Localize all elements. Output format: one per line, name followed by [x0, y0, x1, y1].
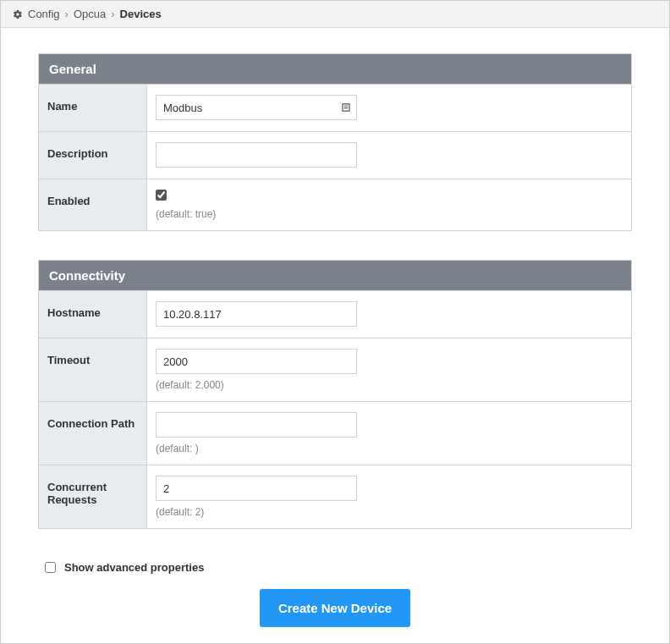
section-connectivity-title: Connectivity [39, 261, 631, 290]
connection-path-input[interactable] [156, 412, 357, 438]
concurrent-requests-hint: (default: 2) [156, 506, 623, 518]
chevron-right-icon: › [65, 8, 69, 20]
chevron-right-icon: › [111, 8, 114, 20]
label-enabled: Enabled [39, 179, 147, 230]
label-concurrent-requests: Concurrent Requests [39, 465, 147, 528]
section-general: General Name Description Enabled (defaul… [38, 53, 632, 231]
concurrent-requests-input[interactable] [156, 476, 357, 501]
description-input[interactable] [156, 142, 357, 168]
breadcrumb: Config › Opcua › Devices [1, 1, 669, 28]
label-timeout: Timeout [39, 339, 147, 401]
create-new-device-button[interactable]: Create New Device [260, 589, 410, 627]
show-advanced-checkbox[interactable] [45, 562, 56, 573]
breadcrumb-opcua[interactable]: Opcua [74, 8, 106, 20]
enabled-hint: (default: true) [156, 208, 623, 220]
hostname-input[interactable] [156, 301, 357, 327]
breadcrumb-devices: Devices [120, 8, 162, 20]
section-connectivity: Connectivity Hostname Timeout (default: … [38, 260, 632, 529]
label-connection-path: Connection Path [39, 402, 147, 465]
timeout-hint: (default: 2,000) [156, 379, 623, 391]
name-input[interactable] [156, 95, 357, 120]
connection-path-hint: (default: ) [156, 443, 623, 454]
label-description: Description [39, 132, 147, 179]
enabled-checkbox[interactable] [156, 190, 167, 201]
label-name: Name [39, 85, 147, 131]
section-general-title: General [39, 54, 631, 84]
timeout-input[interactable] [156, 349, 357, 374]
label-hostname: Hostname [39, 291, 147, 338]
show-advanced-label: Show advanced properties [64, 561, 204, 574]
autofill-icon [340, 102, 352, 113]
advanced-row: Show advanced properties [38, 558, 632, 589]
gear-icon [13, 9, 23, 19]
breadcrumb-config[interactable]: Config [28, 8, 60, 20]
